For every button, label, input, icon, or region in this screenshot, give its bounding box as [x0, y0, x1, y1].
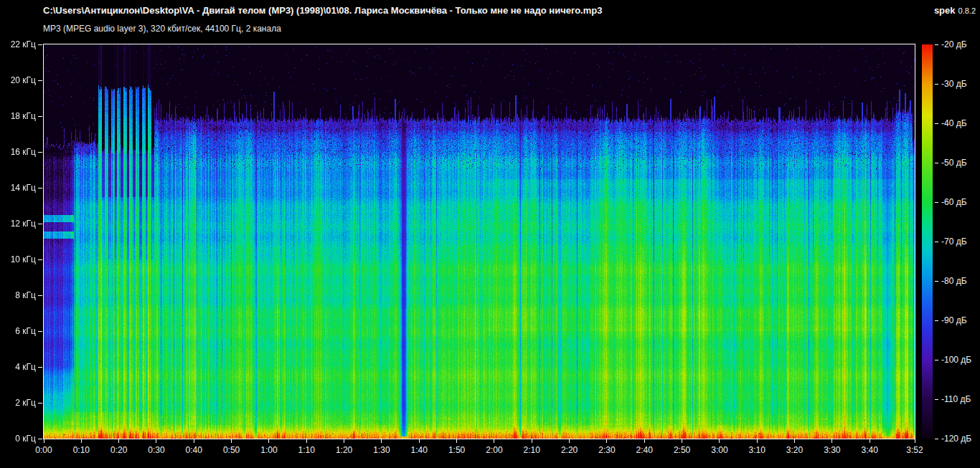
freq-tick [38, 403, 42, 403]
freq-tick [38, 44, 42, 45]
time-tick [306, 439, 307, 443]
time-tick [569, 439, 570, 443]
time-tick [419, 439, 420, 443]
time-tick-label: 2:30 [591, 445, 623, 455]
db-tick-label: -70 дБ [941, 237, 980, 247]
time-tick-label: 1:00 [253, 445, 285, 455]
time-tick [231, 439, 232, 443]
db-tick-label: -100 дБ [941, 355, 980, 365]
freq-tick-label: 0 кГц [0, 434, 36, 444]
time-tick [757, 439, 758, 443]
freq-tick [38, 259, 42, 260]
time-tick-label: 2:20 [554, 445, 585, 455]
time-tick-label: 1:20 [329, 445, 360, 455]
time-tick-label: 3:10 [741, 445, 773, 455]
db-tick-label: -60 дБ [941, 197, 980, 207]
freq-tick [38, 152, 42, 153]
db-tick-label: -40 дБ [941, 118, 980, 128]
freq-tick [38, 367, 42, 368]
format-info: MP3 (MPEG audio layer 3), 320 кбит/сек, … [43, 24, 281, 34]
time-tick-label: 3:30 [816, 445, 848, 455]
freq-tick [38, 439, 42, 439]
db-tick [935, 360, 938, 360]
time-tick-label: 3:52 [899, 445, 930, 455]
time-tick [532, 439, 532, 443]
db-tick [935, 399, 938, 400]
time-tick [719, 439, 720, 443]
db-colorbar [922, 44, 933, 439]
freq-tick [38, 188, 42, 188]
time-tick-label: 1:10 [291, 445, 322, 455]
freq-tick [38, 331, 42, 332]
time-tick [344, 439, 344, 443]
freq-tick-label: 22 кГц [0, 39, 36, 49]
db-tick-label: -110 дБ [941, 394, 980, 404]
time-tick [494, 439, 494, 443]
freq-tick-label: 16 кГц [0, 147, 36, 157]
app-name: spek [934, 5, 956, 16]
time-tick [606, 439, 607, 443]
time-tick [456, 439, 457, 443]
time-tick [831, 439, 832, 443]
db-tick [935, 84, 938, 85]
time-tick [156, 439, 156, 443]
time-tick-label: 0:10 [65, 445, 97, 455]
db-tick-label: -50 дБ [941, 158, 980, 168]
time-tick [81, 439, 82, 443]
freq-tick-label: 14 кГц [0, 183, 36, 193]
time-tick-label: 3:20 [779, 445, 811, 455]
time-tick-label: 1:30 [366, 445, 397, 455]
spectrogram-canvas [44, 44, 915, 439]
time-tick-label: 0:50 [216, 445, 248, 455]
db-tick [935, 242, 938, 242]
freq-tick-label: 2 кГц [0, 398, 36, 408]
db-tick [935, 281, 938, 282]
time-tick [268, 439, 269, 443]
freq-tick-label: 20 кГц [0, 75, 36, 85]
file-path-title: C:\Users\Антициклон\Desktop\VA - Двигай … [43, 5, 861, 16]
freq-tick-label: 10 кГц [0, 254, 36, 264]
time-tick [44, 439, 44, 443]
time-tick-label: 1:50 [441, 445, 473, 455]
freq-tick [38, 295, 42, 296]
time-tick [644, 439, 645, 443]
db-tick [935, 320, 938, 321]
freq-tick-label: 12 кГц [0, 219, 36, 229]
time-tick-label: 2:10 [516, 445, 547, 455]
time-tick [870, 439, 870, 443]
time-tick [682, 439, 682, 443]
time-tick [118, 439, 119, 443]
freq-tick-label: 18 кГц [0, 111, 36, 121]
spek-window: C:\Users\Антициклон\Desktop\VA - Двигай … [0, 0, 980, 468]
time-tick [194, 439, 194, 443]
freq-tick-label: 6 кГц [0, 326, 36, 336]
freq-tick [38, 116, 42, 117]
time-tick-label: 1:40 [403, 445, 435, 455]
time-tick-label: 0:20 [103, 445, 135, 455]
time-tick-label: 2:00 [479, 445, 510, 455]
db-tick-label: -90 дБ [941, 315, 980, 325]
time-tick-label: 2:50 [666, 445, 698, 455]
freq-tick-label: 4 кГц [0, 362, 36, 372]
db-tick-label: -120 дБ [941, 434, 980, 444]
time-tick-label: 0:40 [178, 445, 209, 455]
freq-tick [38, 80, 42, 81]
db-tick-label: -30 дБ [941, 79, 980, 89]
db-tick-label: -20 дБ [941, 39, 980, 49]
app-brand: spek0.8.2 [934, 5, 976, 16]
time-tick-label: 0:00 [28, 445, 60, 455]
freq-tick [38, 224, 42, 224]
db-tick-label: -80 дБ [941, 276, 980, 286]
time-tick [794, 439, 795, 443]
time-tick-label: 0:30 [141, 445, 172, 455]
time-tick [915, 439, 915, 443]
time-tick-label: 3:40 [854, 445, 885, 455]
db-tick [935, 123, 938, 124]
time-tick-label: 3:00 [704, 445, 735, 455]
db-tick [935, 163, 938, 163]
db-tick [935, 439, 938, 439]
time-tick [381, 439, 382, 443]
app-version: 0.8.2 [958, 6, 976, 15]
time-tick-label: 2:40 [628, 445, 660, 455]
db-tick [935, 202, 938, 203]
